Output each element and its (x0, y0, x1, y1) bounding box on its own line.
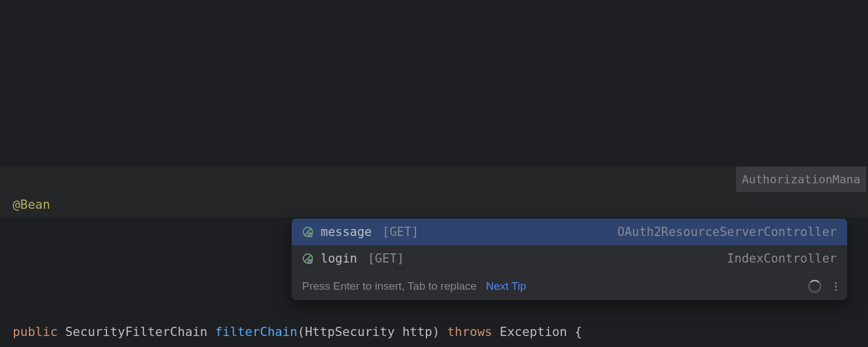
return-type: SecurityFilterChain (65, 324, 208, 339)
completion-item[interactable]: login [GET] IndexController (292, 245, 847, 272)
more-menu-icon[interactable] (830, 282, 837, 291)
method-name: filterChain (215, 324, 297, 339)
completion-item-origin: IndexController (727, 252, 837, 265)
completion-item[interactable]: message [GET] OAuth2ResourceServerContro… (292, 219, 847, 245)
keyword-throws: throws (447, 324, 492, 339)
exception-type: Exception (499, 324, 567, 339)
param-name: http (402, 324, 432, 339)
completion-item-name: message (321, 225, 372, 239)
code-editor[interactable]: @Bean public SecurityFilterChain filterC… (0, 0, 868, 347)
endpoint-icon (302, 226, 314, 238)
completion-footer-hint: Press Enter to insert, Tab to replace (302, 280, 477, 293)
completion-footer: Press Enter to insert, Tab to replace Ne… (292, 272, 847, 300)
keyword-public: public (13, 324, 58, 339)
completion-item-origin: OAuth2ResourceServerController (617, 225, 837, 239)
next-tip-link[interactable]: Next Tip (486, 280, 527, 293)
completion-popup[interactable]: message [GET] OAuth2ResourceServerContro… (292, 219, 847, 300)
param-type: HttpSecurity (305, 324, 395, 339)
annotation: @Bean (13, 197, 50, 212)
loading-spinner-icon (808, 280, 821, 293)
endpoint-icon (302, 253, 314, 264)
completion-item-method: [GET] (367, 252, 404, 265)
open-brace: { (567, 324, 582, 339)
inlay-hint-text: AuthorizationMana (742, 167, 860, 192)
inlay-hint[interactable]: AuthorizationMana (736, 167, 866, 192)
completion-item-method: [GET] (382, 225, 419, 239)
completion-item-name: login (321, 252, 357, 265)
